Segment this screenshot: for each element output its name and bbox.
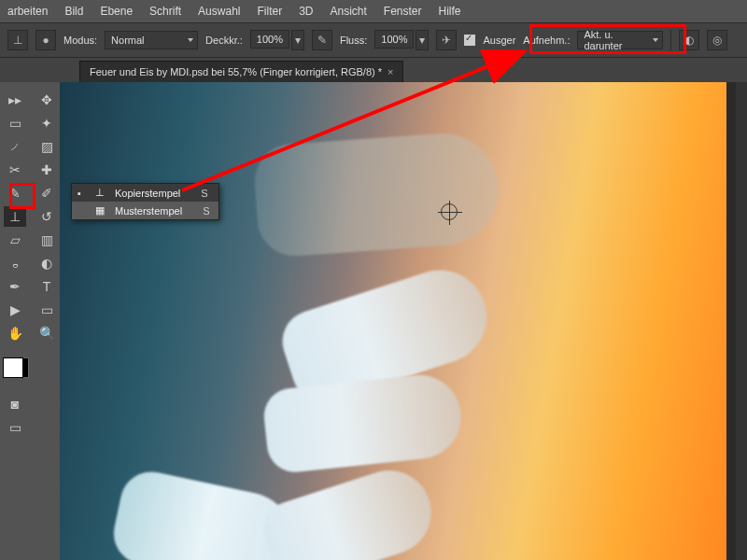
flyout-key: S xyxy=(203,205,209,217)
toolbox-col-a: ▸▸ ▭ ⟋ ✂ ✎ ⊥ ▱ ჿ ✒ ▶ ✋ ◙ ▭ xyxy=(0,82,30,560)
painted-content xyxy=(256,459,442,560)
history-brush-tool-icon[interactable]: ↺ xyxy=(35,206,58,227)
divider xyxy=(670,30,671,50)
quickmask-icon[interactable]: ◙ xyxy=(4,394,26,414)
crop-tool-icon[interactable]: ✂ xyxy=(4,160,26,180)
toolbox-col-b: ✥ ✦ ▨ ✚ ✐ ↺ ▥ ◐ T ▭ 🔍 xyxy=(34,82,60,560)
menu-3d[interactable]: 3D xyxy=(299,5,313,18)
menu-bild[interactable]: Bild xyxy=(64,5,83,18)
flyout-kopierstempel[interactable]: ▪ ⊥ Kopierstempel S xyxy=(72,184,218,202)
blur-tool-icon[interactable]: ჿ xyxy=(4,253,26,273)
dodge-tool-icon[interactable]: ◐ xyxy=(35,253,58,273)
eraser-tool-icon[interactable]: ▱ xyxy=(4,230,26,250)
path-select-tool-icon[interactable]: ▶ xyxy=(4,300,26,320)
menu-schrift[interactable]: Schrift xyxy=(149,5,181,18)
menu-arbeiten[interactable]: arbeiten xyxy=(7,5,48,18)
tool-preset-icon[interactable]: ⊥ xyxy=(7,30,28,50)
canvas-area xyxy=(60,82,736,560)
fg-swatch[interactable] xyxy=(3,357,23,378)
ignore-adjust-icon[interactable]: ◐ xyxy=(679,30,699,50)
document-tab-title: Feuer und Eis by MDI.psd bei 55,7% (Fing… xyxy=(90,66,382,77)
canvas[interactable] xyxy=(60,82,726,560)
stamp-flyout: ▪ ⊥ Kopierstempel S ▦ Musterstempel S xyxy=(71,183,219,220)
flyout-label: Musterstempel xyxy=(115,205,182,217)
modus-label: Modus: xyxy=(63,35,97,46)
menu-auswahl[interactable]: Auswahl xyxy=(198,5,240,18)
document-tab-bar: Feuer und Eis by MDI.psd bei 55,7% (Fing… xyxy=(0,58,747,82)
clone-stamp-icon: ⊥ xyxy=(92,187,107,199)
type-tool-icon[interactable]: T xyxy=(35,276,58,297)
color-swatches[interactable] xyxy=(3,352,29,382)
close-tab-icon[interactable]: × xyxy=(388,66,393,77)
zoom-tool-icon[interactable]: 🔍 xyxy=(35,323,58,343)
menu-ansicht[interactable]: Ansicht xyxy=(330,5,366,18)
menu-fenster[interactable]: Fenster xyxy=(384,5,422,18)
deckkr-step-icon[interactable]: ▾ xyxy=(291,30,304,50)
menu-ebene[interactable]: Ebene xyxy=(100,5,133,18)
modus-select[interactable]: Normal xyxy=(105,31,198,49)
stamp-tool-icon[interactable]: ⊥ xyxy=(4,206,26,227)
tab-grip-icon[interactable]: ▸▸ xyxy=(4,90,26,110)
selected-dot-icon: ▪ xyxy=(78,188,85,199)
fluss-label: Fluss: xyxy=(340,35,367,46)
heal-tool-icon[interactable]: ✚ xyxy=(35,160,58,180)
flyout-label: Kopierstempel xyxy=(115,188,180,199)
document-tab[interactable]: Feuer und Eis by MDI.psd bei 55,7% (Fing… xyxy=(79,61,403,82)
pressure-opacity-icon[interactable]: ✎ xyxy=(312,30,332,50)
gradient-tool-icon[interactable]: ▥ xyxy=(35,230,58,250)
menu-filter[interactable]: Filter xyxy=(257,5,282,18)
sample-cursor-icon xyxy=(441,203,458,220)
target-icon[interactable]: ◎ xyxy=(707,30,727,50)
deckkr-label: Deckkr.: xyxy=(205,35,243,46)
move-tool-icon[interactable]: ✥ xyxy=(35,90,58,110)
pattern-stamp-icon: ▦ xyxy=(92,204,107,217)
slice-tool-icon[interactable]: ▨ xyxy=(35,136,58,157)
brush-tool-icon[interactable]: ✐ xyxy=(35,183,58,203)
shape-tool-icon[interactable]: ▭ xyxy=(35,300,58,320)
airbrush-icon[interactable]: ✈ xyxy=(436,30,457,50)
eyedropper-tool-icon[interactable]: ✎ xyxy=(4,183,26,203)
ausger-label: Ausger xyxy=(483,35,515,46)
menu-bar: arbeiten Bild Ebene Schrift Auswahl Filt… xyxy=(0,0,747,22)
aufnehm-label: Aufnehm.: xyxy=(523,35,570,46)
flyout-key: S xyxy=(201,188,207,199)
screenmode-icon[interactable]: ▭ xyxy=(4,417,26,438)
painted-content xyxy=(252,130,502,259)
aufnehm-select[interactable]: Akt. u. darunter xyxy=(577,31,663,49)
hand-tool-icon[interactable]: ✋ xyxy=(4,323,26,343)
workspace: ▸▸ ▭ ⟋ ✂ ✎ ⊥ ▱ ჿ ✒ ▶ ✋ ◙ ▭ ✥ ✦ ▨ ✚ ✐ ↺ ▥… xyxy=(0,82,747,560)
deckkr-value[interactable]: 100% xyxy=(250,30,289,49)
menu-hilfe[interactable]: Hilfe xyxy=(439,5,461,18)
painted-content xyxy=(261,371,465,474)
right-panel-strip xyxy=(736,82,747,560)
fluss-value[interactable]: 100% xyxy=(374,30,414,49)
wand-tool-icon[interactable]: ✦ xyxy=(35,113,58,133)
ausger-checkbox[interactable] xyxy=(464,35,475,46)
flyout-musterstempel[interactable]: ▦ Musterstempel S xyxy=(72,202,218,219)
brush-preset-icon[interactable]: ● xyxy=(35,30,56,50)
options-bar: ⊥ ● Modus: Normal Deckkr.: 100% ▾ ✎ Flus… xyxy=(0,22,747,58)
marquee-tool-icon[interactable]: ▭ xyxy=(4,113,26,133)
pen-tool-icon[interactable]: ✒ xyxy=(4,276,26,297)
fluss-step-icon[interactable]: ▾ xyxy=(416,30,429,50)
lasso-tool-icon[interactable]: ⟋ xyxy=(4,136,26,157)
